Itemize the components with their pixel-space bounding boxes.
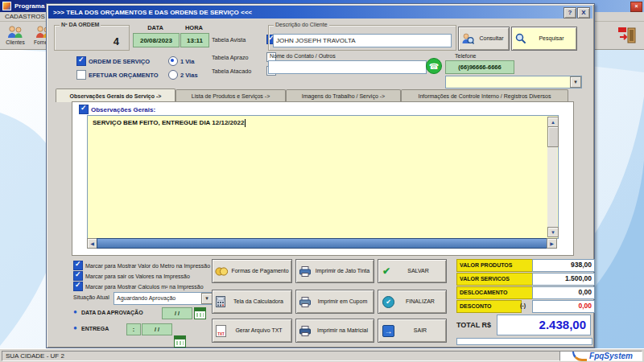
finalize-icon: ✔ bbox=[382, 296, 394, 308]
print-calculos-checkbox[interactable] bbox=[73, 282, 83, 291]
imprimir-cupom-button[interactable]: Imprimir em Cupom bbox=[295, 290, 374, 314]
observacoes-textarea[interactable]: SERVIÇO BEM FEITO, ENTREGUE DIA 12/12/20… bbox=[87, 115, 559, 239]
observacoes-label: Observações Gerais: bbox=[91, 106, 155, 113]
via2-radio[interactable] bbox=[168, 70, 178, 80]
situacao-combo[interactable]: Aguardando Aprovação bbox=[114, 292, 213, 305]
contact-input[interactable] bbox=[268, 60, 427, 74]
print-valores-option[interactable]: Marcar para sair os Valores na Impressão bbox=[73, 271, 190, 281]
tabela-atacado-option[interactable]: Tabela Atacado bbox=[212, 66, 276, 76]
print-valores-checkbox[interactable] bbox=[73, 271, 83, 281]
tabela-avista-option[interactable]: Tabela Avista bbox=[212, 35, 276, 44]
order-number-value: 4 bbox=[114, 35, 119, 47]
ordem-servico-checkbox[interactable] bbox=[76, 56, 86, 66]
situacao-label: Situação Atual bbox=[73, 294, 109, 300]
aprovacao-calendar-icon[interactable] bbox=[194, 307, 206, 319]
print-metro-checkbox[interactable] bbox=[73, 261, 83, 270]
valor-produtos-value: 938,00 bbox=[532, 259, 595, 272]
brand-cell: FpqSystem bbox=[559, 351, 642, 361]
entrega-date-field[interactable]: / / bbox=[142, 323, 172, 335]
phone-combo[interactable] bbox=[445, 76, 582, 88]
consultar-button[interactable]: Consultar bbox=[458, 27, 510, 51]
scroll-right-icon[interactable] bbox=[547, 238, 557, 249]
tabela-aprazo-option[interactable]: Tabela Aprazo bbox=[212, 52, 276, 62]
total-value: 2.438,00 bbox=[497, 315, 591, 335]
search-icon bbox=[515, 33, 526, 44]
via2-label: 2 Vias bbox=[180, 72, 198, 79]
observacoes-checkbox[interactable] bbox=[79, 105, 89, 114]
entrega-calendar-icon[interactable] bbox=[174, 335, 186, 348]
aprovacao-label: DATA DA APROVAÇÃO bbox=[81, 310, 143, 315]
entrega-time-field[interactable]: : bbox=[126, 323, 141, 335]
finalizar-button[interactable]: ✔ FINALIZAR bbox=[378, 290, 447, 314]
client-input[interactable]: JOHN JOSEPH TRAVOLTA bbox=[273, 34, 452, 47]
dialog-help-button[interactable]: ? bbox=[564, 7, 576, 19]
calculator-icon bbox=[216, 296, 225, 307]
ordem-servico-label: ORDEM DE SERVIÇO bbox=[89, 58, 150, 65]
time-field[interactable]: 13:11 bbox=[180, 33, 209, 47]
salvar-label: SALVAR bbox=[390, 268, 446, 274]
contact-label: Nome do Contato / Outros bbox=[270, 53, 336, 59]
vertical-scroll-thumb[interactable] bbox=[547, 126, 559, 147]
desconto-value: 0,00 bbox=[532, 300, 595, 313]
print-valores-label: Marcar para sair os Valores na Impressão bbox=[85, 274, 190, 279]
gerar-txt-label: Gerar Arquivo TXT bbox=[226, 327, 291, 334]
formas-pagamento-button[interactable]: Formas de Pagamento bbox=[212, 259, 292, 283]
toolbar-clientes-button[interactable]: Clientes bbox=[2, 23, 29, 47]
dialog-body: Nº DA ORDEM 4 DATA 20/08/2023 HORA 13:11… bbox=[49, 20, 592, 345]
print-calculos-option[interactable]: Marcar para Mostrar Calculos m² na Impre… bbox=[73, 282, 204, 291]
pesquisar-button[interactable]: Pesquisar bbox=[511, 27, 577, 51]
brand-name: FpqSystem bbox=[589, 352, 633, 360]
via1-option[interactable]: 1 Via bbox=[168, 56, 194, 66]
consultar-label: Consultar bbox=[474, 35, 509, 42]
situacao-combo-arrow-icon[interactable] bbox=[201, 293, 213, 304]
entrega-label: ENTREGA bbox=[81, 326, 109, 331]
toolbar-clientes-label: Clientes bbox=[6, 39, 24, 45]
calculadora-button[interactable]: Tela da Calculadora bbox=[212, 290, 292, 314]
tab-imagens[interactable]: Imagens do Trabalho / Serviço -> bbox=[286, 89, 401, 102]
ordem-servico-option[interactable]: ORDEM DE SERVIÇO bbox=[76, 56, 150, 66]
vertical-scrollbar[interactable] bbox=[547, 117, 557, 237]
clients-icon bbox=[6, 25, 25, 39]
gerar-txt-button[interactable]: TXT Gerar Arquivo TXT bbox=[212, 319, 292, 343]
aprovacao-date-field[interactable]: / / bbox=[162, 307, 192, 319]
client-group: Descrição do Cliente JOHN JOSEPH TRAVOLT… bbox=[268, 25, 456, 51]
order-number-group: Nº DA ORDEM 4 bbox=[54, 25, 130, 51]
via1-label: 1 Via bbox=[180, 58, 194, 65]
phone-combo-arrow-icon[interactable] bbox=[570, 76, 581, 88]
sair-button[interactable]: → SAIR bbox=[378, 319, 447, 343]
salvar-button[interactable]: ✔ SALVAR bbox=[378, 259, 447, 283]
efetuar-orcamento-checkbox[interactable] bbox=[76, 70, 86, 80]
print-calculos-label: Marcar para Mostrar Calculos m² na Impre… bbox=[85, 284, 204, 290]
whatsapp-icon[interactable]: ☎ bbox=[426, 58, 442, 74]
print-metro-option[interactable]: Marcar para Mostrar Valor do Metro na Im… bbox=[73, 261, 210, 270]
via1-radio[interactable] bbox=[168, 56, 178, 66]
tab-controle-interno[interactable]: Informações de Controle Interno / Regist… bbox=[401, 89, 568, 102]
dialog-close-button[interactable]: X bbox=[577, 7, 590, 19]
imprimir-matricial-label: Imprimir na Matricial bbox=[312, 327, 374, 334]
imprimir-matricial-button[interactable]: Imprimir na Matricial bbox=[295, 319, 374, 343]
horizontal-scrollbar[interactable] bbox=[87, 238, 557, 247]
window-close-button[interactable]: × bbox=[630, 2, 642, 12]
menu-cadastros[interactable]: CADASTROS bbox=[0, 13, 50, 20]
total-label: TOTAL R$ bbox=[456, 321, 491, 329]
txt-file-icon: TXT bbox=[216, 325, 226, 337]
printer-receipt-icon bbox=[299, 297, 312, 307]
deslocamento-value: 0,00 bbox=[532, 286, 595, 299]
orders-dialog: >>> TELA DOS ORÇAMENTOS E DAS ORDENS DE … bbox=[46, 3, 595, 348]
coins-icon bbox=[215, 266, 229, 277]
phone-field[interactable]: (66)96666-6666 bbox=[445, 60, 514, 74]
printer-matrix-icon bbox=[299, 326, 312, 336]
date-field[interactable]: 20/08/2023 bbox=[133, 33, 180, 47]
tab-produtos[interactable]: Lista de Produtos e Serviços -> bbox=[175, 89, 286, 102]
imprimir-jato-button[interactable]: Imprimir de Jato Tinta bbox=[295, 259, 374, 283]
horizontal-scroll-thumb[interactable] bbox=[97, 238, 547, 249]
tab-observacoes[interactable]: Observações Gerais do Serviço -> bbox=[56, 88, 175, 102]
brand-logo-icon bbox=[572, 352, 587, 361]
dialog-titlebar: >>> TELA DOS ORÇAMENTOS E DAS ORDENS DE … bbox=[48, 6, 592, 19]
observacoes-option[interactable]: Observações Gerais: bbox=[79, 105, 155, 114]
phone-label: Telefone bbox=[455, 53, 476, 59]
via2-option[interactable]: 2 Vias bbox=[168, 70, 198, 80]
scroll-down-icon[interactable] bbox=[547, 227, 559, 237]
toolbar-exit-button[interactable] bbox=[613, 23, 641, 47]
efetuar-orcamento-option[interactable]: EFETUAR ORÇAMENTO bbox=[76, 70, 159, 80]
